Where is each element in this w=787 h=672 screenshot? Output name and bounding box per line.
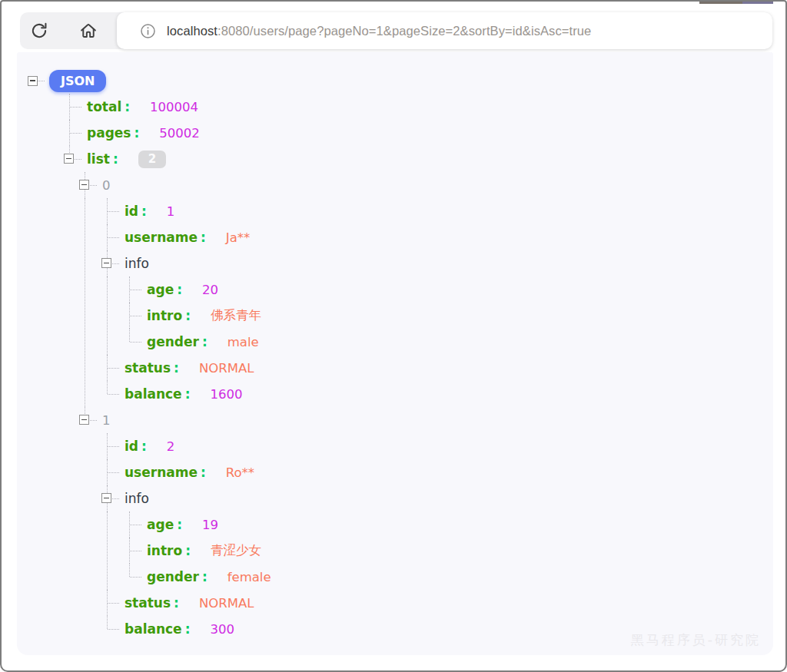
tree-row-intro: intro:青涩少女: [129, 538, 769, 564]
tree-row-id: id:1: [107, 198, 769, 224]
json-value-string: Ja**: [226, 230, 250, 245]
key-colon: :: [141, 439, 147, 454]
json-key: age: [147, 282, 174, 297]
home-button[interactable]: [78, 21, 98, 41]
key-colon: :: [185, 308, 191, 323]
key-colon: :: [201, 465, 206, 480]
collapse-toggle[interactable]: [79, 180, 89, 190]
tree-row-gender: gender:male: [129, 329, 769, 355]
json-value-string: male: [227, 335, 259, 349]
key-colon: :: [201, 230, 206, 245]
tree-row-total: total:100004: [69, 94, 769, 120]
tree-children: id:2username:Ro**infoage:19intro:青涩少女gen…: [107, 433, 769, 642]
json-value-string: 佛系青年: [211, 307, 261, 324]
collapse-toggle[interactable]: [101, 258, 111, 268]
home-icon: [78, 21, 98, 41]
json-value-number: 19: [202, 518, 218, 532]
json-key: gender: [147, 334, 199, 349]
key-colon: :: [174, 360, 179, 376]
tree-row-list: list:2: [69, 146, 769, 172]
json-value-string: NORMAL: [199, 361, 254, 376]
key-colon: :: [185, 621, 191, 637]
json-key: pages: [87, 125, 131, 141]
key-colon: :: [202, 569, 208, 584]
tree-row-gender: gender:female: [129, 564, 769, 590]
json-root-badge: JSON: [49, 70, 106, 92]
json-value-number: 50002: [159, 126, 200, 141]
url-path-query: :8080/users/page?pageNo=1&pageSize=2&sor…: [218, 24, 591, 38]
site-info-button[interactable]: [140, 23, 156, 39]
json-key: id: [125, 439, 138, 454]
watermark: 黑马程序员-研究院: [631, 631, 761, 649]
json-viewer-panel: JSON total:100004pages:50002list:20id:1u…: [17, 52, 773, 655]
tree-row-age: age:19: [129, 511, 769, 538]
browser-window: localhost:8080/users/page?pageNo=1&pageS…: [0, 0, 787, 672]
json-key: intro: [147, 543, 182, 558]
json-value-string: NORMAL: [199, 596, 254, 611]
window-edge-accent: [699, 2, 742, 4]
key-colon: :: [185, 386, 191, 402]
json-key: list: [87, 151, 110, 167]
key-colon: :: [134, 125, 139, 141]
key-colon: :: [202, 334, 208, 349]
tree-children: 0id:1username:Ja**infoage:20intro:佛系青年ge…: [85, 172, 769, 642]
collapse-toggle[interactable]: [101, 493, 111, 503]
array-index-label: 0: [102, 178, 111, 193]
json-root-children: total:100004pages:50002list:20id:1userna…: [69, 94, 769, 642]
json-tree: JSON total:100004pages:50002list:20id:1u…: [28, 68, 769, 642]
collapse-toggle[interactable]: [64, 154, 74, 164]
object-label: info: [125, 491, 149, 506]
tree-row-info: info: [107, 485, 769, 511]
json-key: status: [125, 595, 171, 611]
json-key: intro: [147, 308, 182, 323]
info-icon: [140, 23, 156, 39]
refresh-icon: [29, 21, 49, 41]
key-colon: :: [141, 204, 147, 219]
tree-children: age:19intro:青涩少女gender:female: [129, 511, 769, 590]
key-colon: :: [185, 543, 191, 558]
browser-toolbar: localhost:8080/users/page?pageNo=1&pageS…: [20, 12, 772, 49]
array-index-label: 1: [102, 413, 111, 428]
tree-connector: [38, 81, 45, 81]
collapse-toggle[interactable]: [79, 415, 89, 425]
tree-row-0: 0: [85, 172, 769, 198]
tree-row-intro: intro:佛系青年: [129, 303, 769, 329]
json-value-string: 青涩少女: [211, 542, 261, 559]
array-count-badge: 2: [138, 151, 166, 168]
key-colon: :: [177, 517, 182, 532]
key-colon: :: [113, 151, 118, 167]
tree-row-id: id:2: [107, 433, 769, 459]
tree-children: age:20intro:佛系青年gender:male: [129, 276, 769, 355]
tree-row-balance: balance:1600: [107, 381, 769, 407]
json-key: id: [125, 204, 138, 219]
tree-row-status: status:NORMAL: [107, 590, 769, 616]
tree-row-status: status:NORMAL: [107, 355, 769, 381]
json-value-number: 1: [167, 204, 175, 219]
object-label: info: [125, 256, 149, 271]
json-value-number: 300: [210, 622, 234, 637]
tree-children: id:1username:Ja**infoage:20intro:佛系青年gen…: [107, 198, 769, 407]
url-text: localhost:8080/users/page?pageNo=1&pageS…: [167, 24, 591, 38]
tree-row-pages: pages:50002: [69, 120, 769, 146]
json-value-number: 100004: [150, 100, 198, 114]
json-key: balance: [125, 386, 182, 402]
json-key: balance: [125, 621, 182, 637]
key-colon: :: [174, 595, 179, 611]
json-value-number: 20: [202, 283, 218, 297]
url-host: localhost: [167, 24, 218, 38]
collapse-toggle[interactable]: [28, 76, 38, 86]
json-key: username: [125, 230, 198, 245]
json-key: gender: [147, 569, 199, 584]
json-value-string: female: [227, 570, 271, 584]
tree-row-username: username:Ja**: [107, 224, 769, 250]
tree-row-age: age:20: [129, 276, 769, 303]
window-edge-accent: [742, 2, 773, 4]
json-key: age: [147, 517, 174, 532]
json-value-string: Ro**: [226, 465, 254, 480]
json-root-row: JSON: [28, 68, 769, 94]
json-value-number: 2: [167, 439, 175, 454]
json-key: status: [125, 360, 171, 376]
json-value-number: 1600: [210, 387, 242, 402]
refresh-button[interactable]: [29, 21, 49, 41]
address-bar[interactable]: localhost:8080/users/page?pageNo=1&pageS…: [117, 12, 772, 49]
